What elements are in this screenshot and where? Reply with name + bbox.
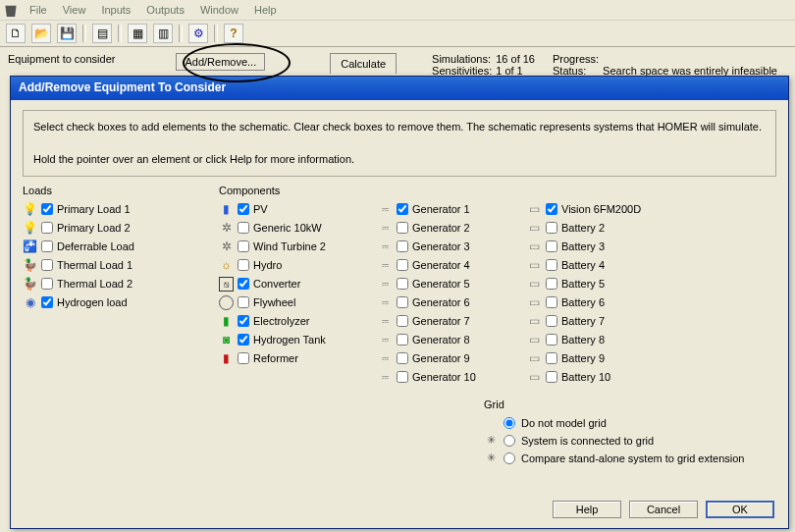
grid-group: Grid Do not model grid✳System is connect…	[484, 399, 744, 467]
checkbox[interactable]	[397, 315, 408, 327]
checkbox[interactable]	[397, 371, 408, 383]
checkbox[interactable]	[397, 259, 408, 271]
battery-icon: ▭	[527, 277, 542, 292]
item-label: Generator 5	[412, 278, 470, 290]
checkbox[interactable]	[238, 203, 249, 215]
components-group: Components ▮PV✲Generic 10kW✲Wind Turbine…	[219, 185, 744, 467]
calculate-button[interactable]: Calculate	[330, 53, 397, 74]
checkbox[interactable]	[238, 296, 249, 308]
list-item: ▭Battery 6	[527, 293, 664, 312]
list-item: ⎓Generator 7	[378, 312, 496, 331]
checkbox[interactable]	[238, 259, 249, 271]
battery-icon: ▭	[527, 221, 542, 236]
list-item: ☼Hydro	[219, 256, 346, 275]
checkbox[interactable]	[546, 259, 557, 271]
checkbox[interactable]	[397, 222, 408, 234]
checkbox[interactable]	[41, 278, 53, 290]
doc-icon[interactable]: ▤	[92, 24, 112, 43]
save-icon[interactable]: 💾	[57, 24, 77, 43]
duck-icon: 🦆	[23, 277, 37, 292]
checkbox[interactable]	[41, 222, 53, 234]
menu-inputs[interactable]: Inputs	[93, 2, 138, 18]
checkbox[interactable]	[41, 240, 53, 252]
checkbox[interactable]	[546, 278, 557, 290]
checkbox[interactable]	[546, 296, 557, 308]
item-label: Electrolyzer	[253, 315, 309, 327]
checkbox[interactable]	[238, 222, 249, 234]
list-item: ▭Battery 4	[527, 256, 664, 275]
item-label: Primary Load 1	[57, 203, 131, 215]
checkbox[interactable]	[238, 315, 249, 327]
menu-view[interactable]: View	[55, 2, 94, 18]
checkbox[interactable]	[397, 296, 408, 308]
checkbox[interactable]	[41, 203, 53, 215]
list-item: ⎓Generator 2	[378, 219, 496, 238]
item-label: PV	[253, 203, 268, 215]
menu-outputs[interactable]: Outputs	[138, 2, 192, 18]
checkbox[interactable]	[397, 334, 408, 346]
item-label: Generator 6	[412, 296, 470, 308]
list-item: 💡Primary Load 1	[23, 200, 189, 219]
checkbox[interactable]	[397, 203, 408, 215]
list-item: ⎓Generator 8	[378, 331, 496, 349]
item-label: Battery 4	[561, 259, 605, 271]
list-icon[interactable]: ▥	[153, 24, 173, 43]
checkbox[interactable]	[546, 222, 557, 234]
addremove-button[interactable]: Add/Remove...	[176, 53, 265, 71]
checkbox[interactable]	[546, 371, 557, 383]
checkbox[interactable]	[238, 334, 249, 346]
list-item: ⎓Generator 10	[378, 368, 496, 387]
checkbox[interactable]	[397, 240, 408, 252]
checkbox[interactable]	[41, 296, 53, 308]
battery-icon: ▭	[527, 239, 542, 254]
list-item: ▭Vision 6FM200D	[527, 200, 664, 219]
item-label: Hydro	[253, 259, 282, 271]
list-item: ▭Battery 8	[527, 331, 664, 349]
checkbox[interactable]	[238, 352, 249, 364]
help-button[interactable]: Help	[553, 501, 621, 518]
menu-file[interactable]: File	[22, 2, 55, 18]
grid-icon[interactable]: ▦	[128, 24, 147, 43]
ok-button[interactable]: OK	[706, 501, 774, 518]
list-item: ⎓Generator 5	[378, 275, 496, 293]
checkbox[interactable]	[397, 278, 408, 290]
components-title: Components	[219, 185, 744, 196]
open-icon[interactable]: 📂	[31, 24, 51, 43]
grid-icon: ✳	[484, 434, 498, 447]
item-label: Generator 3	[412, 240, 470, 252]
checkbox[interactable]	[546, 240, 557, 252]
menu-help[interactable]: Help	[246, 2, 285, 18]
list-item: ◙Hydrogen Tank	[219, 331, 346, 349]
checkbox[interactable]	[546, 352, 557, 364]
duck-icon: 🦆	[23, 258, 37, 273]
equipment-label: Equipment to consider	[8, 53, 115, 65]
checkbox[interactable]	[546, 203, 557, 215]
simulations-value: 16 of 16	[496, 53, 535, 65]
list-item: ▭Battery 9	[527, 349, 664, 368]
checkbox[interactable]	[546, 315, 557, 327]
checkbox[interactable]	[238, 278, 249, 290]
checkbox[interactable]	[238, 240, 249, 252]
item-label: Flywheel	[253, 296, 295, 308]
radio[interactable]	[504, 452, 515, 464]
radio[interactable]	[504, 435, 515, 447]
reformer-icon: ▮	[219, 351, 234, 366]
menu-window[interactable]: Window	[192, 2, 246, 18]
settings-icon[interactable]: ⚙	[188, 24, 208, 43]
item-label: Battery 7	[561, 315, 605, 327]
pv-icon: ▮	[219, 202, 234, 217]
checkbox[interactable]	[397, 352, 408, 364]
list-item: ✲Generic 10kW	[219, 219, 346, 238]
separator	[214, 25, 218, 42]
cancel-button[interactable]: Cancel	[629, 501, 698, 518]
new-icon[interactable]: 🗋	[6, 24, 26, 43]
item-label: Generator 2	[412, 222, 470, 234]
help-icon[interactable]: ?	[224, 24, 243, 43]
tap-icon: 🚰	[23, 239, 37, 254]
generator-icon: ⎓	[378, 277, 393, 292]
grid-icon: ✳	[484, 452, 498, 464]
list-item: ⎓Generator 1	[378, 200, 496, 219]
radio[interactable]	[504, 417, 515, 429]
checkbox[interactable]	[41, 259, 53, 271]
checkbox[interactable]	[546, 334, 557, 346]
